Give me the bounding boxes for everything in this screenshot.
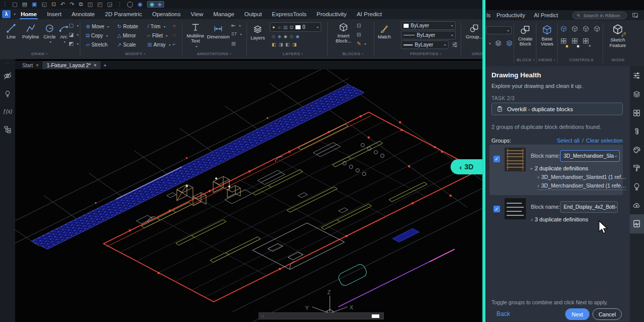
layer-plot-icon[interactable]: ⊡ [289,25,293,30]
move-tool[interactable]: ⊕Move [86,23,109,29]
drawing-canvas[interactable]: Z X Y ‹ 3D ⁞⁞ [15,69,482,322]
grid-select-icon[interactable]: × [582,37,589,47]
multiline-text-tool[interactable]: Multiline Text [186,22,205,48]
annotations-group-label[interactable]: ANNOTATIONS › [197,52,231,56]
new-tab-button[interactable]: + [101,61,110,69]
region-tool[interactable]: ◩ [69,40,79,47]
print-icon[interactable]: ⊡ [52,2,56,7]
view-cube-wire-icon[interactable] [571,25,578,32]
layers-tool[interactable]: Layers [251,24,265,40]
create-block-tool[interactable]: Create Block [517,24,534,47]
rectangle-tool[interactable]: ▢ [69,22,79,28]
new-file-icon[interactable]: ▢ [12,2,17,7]
orbit-icon[interactable]: ◯ [127,2,133,7]
match-properties-tool[interactable]: Match [378,24,391,39]
grid-lights-off-icon[interactable] [571,37,578,47]
tab-productivity[interactable]: Productivity [312,9,352,19]
circle-tool[interactable]: Circle [43,23,56,43]
close-tab-icon[interactable]: × [36,63,38,68]
lineweight-select[interactable]: ByLayer [401,40,449,49]
back-link[interactable]: Back [497,310,510,317]
layers-panel-icon[interactable] [632,90,641,99]
adjust-sliders-icon[interactable] [632,71,641,80]
tips-icon[interactable] [2,88,13,100]
tab-output[interactable]: Output [239,9,267,19]
properties-more-icon[interactable] [452,41,458,48]
tab-view[interactable]: View [186,9,209,19]
tab-manage[interactable]: Manage [208,9,239,19]
tab-ai-predict[interactable]: AI Predict [352,9,387,19]
search-input[interactable]: Search in Ribbon [572,12,627,19]
group1-expander[interactable]: ›2 duplicate definitions [531,165,588,171]
views-group-label[interactable]: VIEWS › [538,58,555,62]
sketch-feature-tool[interactable]: Sketch Feature [608,23,628,48]
view-cube-shaded-icon[interactable] [560,25,567,32]
cancel-button[interactable]: Cancel [592,308,622,320]
rotate-tool[interactable]: ↻Rotate [117,23,138,29]
layer-lock-icon[interactable]: ▤ [283,25,288,30]
style-tool[interactable]: ST [231,31,242,36]
panel-settings-icon[interactable] [632,12,638,19]
render-toggle-group[interactable]: ◉◈ [147,1,164,8]
render-icon[interactable] [632,182,641,192]
trim-tool[interactable]: /Trim [147,23,166,29]
layer-on-icon[interactable]: ● [272,25,275,30]
table-tool[interactable]: ⊞ [231,40,236,47]
partial-select[interactable] [486,26,512,34]
drawing-health-icon[interactable] [632,219,641,228]
mirror-tool[interactable]: △Mirror [117,32,136,38]
block-add-icon[interactable] [506,39,513,47]
group2-checkbox[interactable]: ✓ [493,206,500,212]
undo-icon[interactable]: ↶ [61,2,65,7]
group1-checkbox[interactable]: ✓ [493,156,500,162]
linetype-select[interactable]: ByLayer [401,31,456,39]
base-views-tool[interactable]: Base Views [539,24,555,47]
globe-icon[interactable]: ◉ [138,2,143,7]
isolate-objects-icon[interactable] [2,70,13,81]
polyline-tool[interactable]: Polyline [22,23,39,39]
hatch-tool[interactable]: ◪ [69,31,79,37]
clear-selection-link[interactable]: Clear selection [586,137,623,144]
scale-tool[interactable]: ↗Scale [117,41,136,48]
redo-icon[interactable]: ↷ [70,2,74,7]
modify-group-label[interactable]: MODIFY › [125,52,145,56]
stretch-tool[interactable]: ▱Stretch [86,41,108,48]
explode-tool[interactable]: ◌ [173,32,176,38]
tab-2d-parametric[interactable]: 2D Parametric [100,9,147,19]
tab-home[interactable]: Home [16,9,42,19]
layer-select[interactable]: ● ☼ ▤ ⊡ 0 [270,22,321,32]
color-select[interactable]: ByLayer [401,21,456,30]
expression-icon[interactable]: ƒ(x) [2,106,13,117]
tab-operations[interactable]: Operations [147,9,185,19]
draw-group-label[interactable]: DRAW › [31,52,47,56]
open-file-icon[interactable]: ▤ [22,2,27,7]
copy-icon[interactable]: ◫ [87,2,92,7]
fillet-tool[interactable]: ⌐Fillet [147,32,168,38]
chamfer-tool[interactable]: ⌐ [173,41,176,47]
layer-tools-row-1[interactable]: ◇◈◆◇◆ [272,34,300,39]
save-as-icon[interactable]: ◱ [41,2,46,7]
array-tool[interactable]: ⊞Array [147,41,171,48]
more-caret[interactable] [489,43,491,45]
close-tab-icon[interactable]: × [94,63,96,68]
blocks-group-label[interactable]: BLOCKS › [342,52,363,56]
next-button[interactable]: Next [565,308,589,320]
tab-insert[interactable]: Insert [42,9,67,19]
dimension-tool[interactable]: Dimension [207,24,229,39]
panel-drag-dots[interactable]: … [5,59,10,64]
visual-style-icon[interactable]: ◉ [150,2,155,7]
layer-tools-row-2[interactable]: ◧◨◧◨ [272,42,296,47]
task-box[interactable]: Overkill - duplicate blocks [491,103,623,115]
block-edit-tool[interactable]: ⊡ [357,22,361,28]
xref-icon[interactable]: ⧉ [79,2,83,7]
doc-tab-start[interactable]: Start× [18,61,42,69]
group1-block-name-select[interactable]: 3D_Merchandiser_Sla› [560,150,620,162]
view-cube-hidden-icon[interactable] [582,25,589,32]
tab-tail[interactable]: ls [486,12,490,18]
block-write-tool[interactable]: ✎ [357,40,366,47]
leader-tool[interactable]: ⇤ [231,22,241,28]
layer-color-swatch[interactable] [295,25,301,29]
group2-expander[interactable]: ›3 duplicate definitions [531,216,588,222]
tab-ai-predict[interactable]: AI Predict [534,12,558,18]
sheet-set-icon[interactable]: ◰ [97,2,103,7]
